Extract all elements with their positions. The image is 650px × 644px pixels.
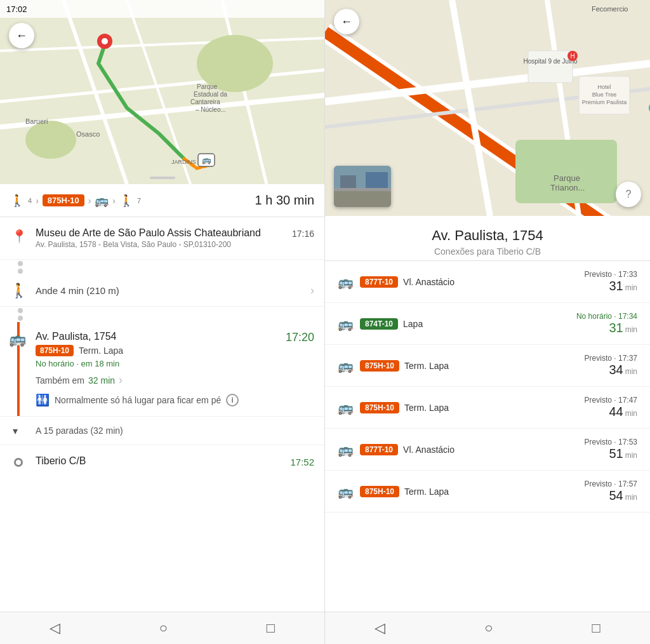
left-map: 🚌 Barueri Osasco JARDINS Parque Estadual… (0, 0, 325, 184)
back-button-right[interactable]: ← (334, 9, 359, 34)
left-nav-square[interactable]: □ (267, 620, 275, 636)
conn-info: Previsto · 17:37 34 min (585, 354, 637, 377)
connection-item[interactable]: 🚌 877T-10 Vl. Anastácio Previsto · 17:33… (325, 261, 650, 303)
bus-stop-bus-icon: 🚌 (9, 331, 26, 347)
right-nav-square[interactable]: □ (592, 620, 600, 636)
svg-text:JARDINS: JARDINS (171, 159, 196, 165)
walk-item[interactable]: 🚶 Ande 4 min (210 m) › (0, 275, 324, 307)
conn-minutes: 31 (609, 321, 623, 335)
conn-min-label: min (625, 367, 637, 376)
conn-badge: 875H-10 (360, 402, 399, 413)
standing-row: 🚻 Normalmente só há lugar para ficar em … (36, 393, 314, 407)
walk-start-num: 4 (28, 197, 32, 205)
svg-text:– Núcleo...: – Núcleo... (196, 106, 226, 113)
origin-time: 17:16 (292, 229, 314, 239)
arrow-2: › (88, 196, 91, 206)
conn-bus-icon: 🚌 (338, 274, 354, 290)
svg-text:Parque: Parque (197, 83, 218, 90)
conn-bus-icon: 🚌 (338, 400, 354, 415)
conn-info: Previsto · 17:33 31 min (585, 270, 637, 293)
directions-content: 📍 Museu de Arte de São Paulo Assis Chate… (0, 217, 324, 612)
right-nav-bar: ◁ ○ □ (325, 612, 650, 644)
conn-min-label: min (625, 493, 637, 502)
bus-dest: Term. Lapa (79, 345, 123, 356)
conn-bus-icon: 🚌 (338, 442, 354, 457)
destination-item: Tiberio C/B 17:52 (0, 445, 324, 477)
connections-list: 🚌 877T-10 Vl. Anastácio Previsto · 17:33… (325, 261, 650, 612)
connection-item[interactable]: 🚌 875H-10 Term. Lapa Previsto · 17:37 34… (325, 345, 650, 387)
conn-dest: Term. Lapa (404, 403, 585, 413)
svg-text:Fecomercio: Fecomercio (592, 5, 628, 13)
bus-stop-item: 🚌 Av. Paulista, 1754 875H-10 Term. Lapa … (0, 322, 324, 417)
svg-text:Hotel: Hotel (597, 84, 611, 90)
right-panel: Parque Trianon... Hospital 9 de Julho H … (325, 0, 650, 644)
bus-route-badge: 875H-10 (36, 345, 74, 356)
expand-icon: ▾ (13, 425, 18, 437)
stops-row[interactable]: ▾ A 15 paradas (32 min) (0, 417, 324, 445)
dots-1 (0, 260, 324, 275)
svg-rect-30 (528, 51, 573, 83)
conn-status: Previsto · 17:47 (585, 396, 637, 405)
conn-min-label: min (625, 451, 637, 460)
origin-name: Museu de Arte de São Paulo Assis Chateau… (36, 227, 314, 239)
conn-min-label: min (625, 409, 637, 418)
connection-item[interactable]: 🚌 875H-10 Term. Lapa Previsto · 17:57 54… (325, 471, 650, 513)
svg-rect-56 (366, 172, 388, 188)
conn-info: Previsto · 17:57 54 min (585, 480, 637, 503)
on-time-text: No horário · em 18 min (36, 359, 314, 368)
right-nav-home[interactable]: ○ (484, 620, 493, 636)
also-chevron: › (119, 373, 123, 387)
also-row[interactable]: Também em 32 min › (36, 373, 314, 387)
arrow-3: › (112, 196, 116, 206)
origin-item: 📍 Museu de Arte de São Paulo Assis Chate… (0, 217, 324, 260)
status-time: 17:02 (6, 4, 27, 14)
dest-time: 17:52 (290, 457, 314, 467)
svg-text:Trianon...: Trianon... (550, 183, 585, 192)
svg-text:Cantareira: Cantareira (190, 98, 220, 105)
info-icon[interactable]: i (226, 394, 239, 406)
svg-text:Estadual da: Estadual da (194, 91, 227, 98)
dots-2 (0, 307, 324, 322)
conn-dest: Vl. Anastácio (403, 445, 585, 455)
svg-rect-27 (515, 140, 617, 203)
right-map: Parque Trianon... Hospital 9 de Julho H … (325, 0, 650, 216)
conn-dest: Vl. Anastácio (403, 277, 585, 287)
walk-end-icon: 🚶 (119, 194, 133, 208)
conn-minutes: 54 (609, 488, 623, 503)
stop-title: Av. Paulista, 1754 (338, 227, 637, 244)
walk-start-icon: 🚶 (10, 194, 24, 208)
street-view-thumb[interactable] (334, 166, 391, 207)
connection-item[interactable]: 🚌 877T-10 Vl. Anastácio Previsto · 17:53… (325, 429, 650, 471)
conn-minutes: 44 (609, 405, 623, 419)
back-button-left[interactable]: ← (9, 23, 34, 48)
svg-rect-57 (334, 188, 391, 191)
left-nav-home[interactable]: ○ (159, 620, 168, 636)
route-steps: 🚶 4 › 875H-10 › 🚌 › 🚶 7 (10, 194, 255, 208)
standing-icon: 🚻 (36, 393, 50, 407)
conn-badge: 875H-10 (360, 486, 399, 497)
also-text: Também em (36, 375, 84, 386)
svg-text:Osasco: Osasco (76, 130, 100, 138)
bus-route-row: 875H-10 Term. Lapa (36, 345, 314, 356)
bus-stop-name: Av. Paulista, 1754 (36, 331, 314, 342)
right-nav-back[interactable]: ◁ (375, 620, 385, 636)
conn-status: Previsto · 17:57 (585, 480, 637, 488)
left-nav-back[interactable]: ◁ (50, 620, 60, 636)
conn-bus-icon: 🚌 (338, 358, 354, 373)
bus-stop-time: 17:20 (286, 331, 314, 344)
route-info-bar: 🚶 4 › 875H-10 › 🚌 › 🚶 7 1 h 30 min (0, 184, 324, 217)
svg-text:Blue Tree: Blue Tree (592, 91, 617, 98)
conn-minutes: 31 (609, 279, 623, 293)
conn-minutes: 51 (609, 446, 623, 461)
arrow-1: › (36, 196, 39, 206)
help-button[interactable]: ? (616, 182, 641, 207)
left-nav-bar: ◁ ○ □ (0, 612, 324, 644)
bus-step-icon: 🚌 (95, 194, 109, 208)
status-bar: 17:02 (0, 0, 325, 18)
conn-badge: 874T-10 (360, 318, 398, 330)
svg-rect-55 (340, 175, 356, 188)
svg-text:Premium Paulista: Premium Paulista (582, 99, 627, 105)
walk-chevron: › (310, 284, 314, 297)
connection-item[interactable]: 🚌 874T-10 Lapa No horário · 17:34 31 min (325, 303, 650, 345)
connection-item[interactable]: 🚌 875H-10 Term. Lapa Previsto · 17:47 44… (325, 387, 650, 429)
